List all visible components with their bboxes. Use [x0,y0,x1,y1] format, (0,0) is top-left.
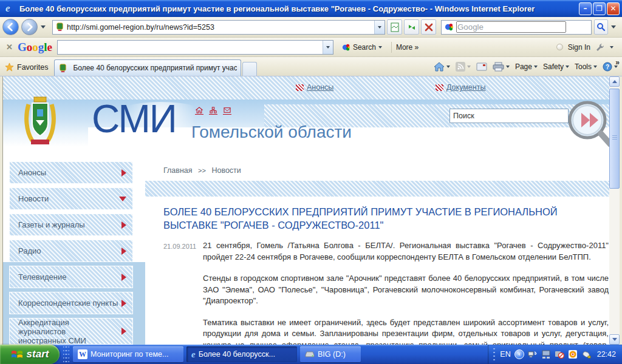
minimize-button[interactable]: – [579,2,592,15]
taskbar-button-drive[interactable]: BIG (D:) [300,346,361,362]
print-button[interactable] [491,61,511,73]
google-toolbar-search-field[interactable] [57,40,333,55]
clock[interactable]: 22:42 [597,350,616,359]
page-menu[interactable]: Page [513,61,539,72]
sidebar-item-anonsy[interactable]: Анонсы [9,161,133,184]
webpage: Анонсы Документы СМИ [2,76,609,345]
site-logo-region: Гомельской области [191,123,352,142]
favorites-button[interactable]: Favorites [0,62,54,76]
address-dropdown-icon[interactable] [374,21,384,34]
search-options-dropdown-icon[interactable] [611,25,616,29]
chevron-right-icon [121,274,126,281]
home-icon[interactable] [195,107,203,115]
article-title: БОЛЕЕ 40 БЕЛОРУССКИХ ПРЕДПРИЯТИЙ ПРИМУТ … [163,205,603,232]
mail-icon[interactable] [223,107,231,115]
mouse-device-icon[interactable] [581,349,591,359]
vertical-scrollbar[interactable] [609,76,620,345]
article-body: 21 сентября, Гомель /Татьяна Болгова - Б… [203,240,609,345]
taskbar: start W Мониторинг по теме... e Более 40… [0,345,622,364]
scroll-down-icon[interactable] [609,334,620,345]
google-search-button[interactable]: Search [337,41,387,54]
gomel-coat-of-arms [24,96,56,147]
site-search-box[interactable] [449,109,569,123]
close-button[interactable]: ✕ [607,2,620,15]
address-toolbar [0,17,622,38]
favorites-star-icon [5,62,14,72]
history-dropdown-icon[interactable] [41,25,46,29]
taskbar-button-ie[interactable]: e Более 40 белорусск... [186,346,297,362]
tabs-row: Favorites Более 40 белорусских предприят… [0,57,622,76]
refresh-button[interactable] [404,19,419,35]
language-indicator[interactable]: EN [500,350,510,359]
window-title: Более 40 белорусских предприятий примут … [19,4,579,13]
site-search-magnifier-button[interactable] [567,98,609,148]
settings-dropdown-icon[interactable] [610,46,613,49]
sitemap-icon[interactable] [209,107,217,115]
window-titlebar[interactable]: e Более 40 белорусских предприятий приму… [0,0,622,17]
google-more-button[interactable]: More » [396,43,419,52]
site-top-nav: Анонсы Документы [3,76,609,99]
sidebar-item-akkreditaciya[interactable]: Аккредитация журналистов иностранных СМИ [9,318,133,345]
restore-button[interactable]: ❐ [593,2,606,15]
wrench-icon[interactable] [595,42,605,52]
quick-launch-handle[interactable] [63,346,69,362]
breadcrumb-home[interactable]: Главная [163,166,193,175]
network-activity-icon[interactable] [528,349,538,359]
google-signin-button[interactable]: Sign In [568,43,590,52]
search-go-icon[interactable] [594,19,608,35]
google-g-icon [342,43,350,52]
nav-link-dokumenty[interactable]: Документы [436,83,485,92]
article-paragraph: 21 сентября, Гомель /Татьяна Болгова - Б… [203,240,609,263]
back-button[interactable] [2,19,19,35]
antivirus-icon[interactable] [568,349,578,359]
sidebar-item-televidenie[interactable]: Телевидение [9,266,133,288]
google-toolbar: ✕ Google Search More » Sign In [0,38,622,57]
scrollbar-thumb[interactable] [609,89,620,189]
feeds-button[interactable] [454,61,473,73]
read-mail-button[interactable] [474,61,489,72]
google-toolbar-search-input[interactable] [61,43,323,52]
new-tab-button[interactable] [242,62,257,76]
breadcrumb-current[interactable]: Новости [211,166,241,175]
sidebar-item-korpunkty[interactable]: Корреспондентские пункты [9,292,133,314]
search-button-dropdown-icon[interactable] [378,46,382,49]
tab-favicon-icon [58,64,67,73]
stop-button[interactable] [421,19,436,35]
safety-menu[interactable]: Safety [541,61,571,72]
scroll-up-icon[interactable] [609,76,620,87]
chevron-right-icon [121,169,126,177]
browser-search-box[interactable] [441,20,592,35]
site-search-input[interactable] [453,112,568,120]
address-field[interactable] [52,20,385,35]
site-logo-smi[interactable]: СМИ [92,99,176,138]
nav-link-anonsy[interactable]: Анонсы [296,83,333,92]
toolbar-overflow-icon[interactable]: » [615,58,620,67]
chevron-right-icon [121,328,126,335]
chevron-right-icon [121,300,126,307]
home-button[interactable] [432,61,452,73]
article-paragraph: Тематика выставки не имеет ограничений, … [203,317,609,345]
sidebar-item-radio[interactable]: Радио [9,240,133,262]
blocked-device-icon[interactable] [555,349,564,359]
start-button[interactable]: start [0,345,60,364]
main-content: Главная >> Новости БОЛЕЕ 40 БЕЛОРУССКИХ … [145,159,609,345]
nav-bullet-icon [436,84,443,91]
system-tray: EN ‹ 22:42 [488,345,622,364]
hide-icons-button[interactable]: ‹ [514,349,524,359]
url-input[interactable] [67,23,374,32]
google-search-dropdown-icon[interactable] [323,41,333,54]
sidebar-item-novosti[interactable]: Новости [9,187,133,210]
tools-menu[interactable]: Tools [573,61,599,72]
ie-icon: e [191,349,196,359]
browser-search-input[interactable] [456,21,566,33]
tray-handle[interactable] [493,347,496,362]
sidebar-item-gazety[interactable]: Газеты и журналы [9,214,133,236]
compatibility-view-button[interactable] [387,19,402,35]
sidebar-menu: Анонсы Новости Газеты и журналы Радио Те… [3,159,145,345]
taskbar-button-word[interactable]: W Мониторинг по теме... [73,346,183,362]
toolbar-close-icon[interactable]: ✕ [6,42,13,52]
windows-flag-icon [11,349,23,360]
browser-tab-active[interactable]: Более 40 белорусских предприятий примут … [54,59,241,76]
network-connection-icon[interactable] [541,349,551,359]
forward-button[interactable] [21,19,38,35]
